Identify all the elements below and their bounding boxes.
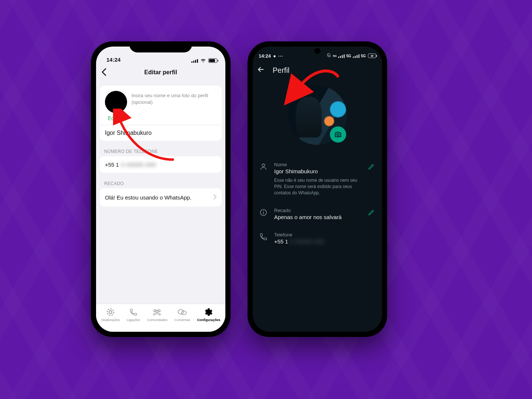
edit-photo-link[interactable]: Editar	[108, 115, 216, 121]
punch-hole-camera	[314, 48, 320, 54]
avatar-area	[253, 86, 382, 145]
svg-point-10	[262, 164, 265, 167]
avatar-desc: Insira seu nome e uma foto do perfil (op…	[132, 91, 216, 106]
chevron-left-icon	[101, 68, 106, 76]
network-label: 5G	[346, 54, 351, 58]
chevron-right-icon	[214, 194, 216, 201]
battery-icon: 85	[368, 54, 376, 58]
row-label: Nome	[274, 162, 361, 167]
svg-point-0	[107, 309, 114, 316]
row-label: Recado	[274, 208, 361, 213]
tab-label: Comunidades	[147, 318, 168, 322]
communities-icon	[152, 308, 162, 317]
phone-row[interactable]: Telefone +55 1 0 00000 000	[259, 226, 375, 250]
arrow-left-icon	[257, 66, 265, 73]
tab-communities[interactable]: Comunidades	[147, 308, 168, 322]
section-label-about: RECADO	[104, 181, 217, 186]
svg-point-13	[263, 211, 264, 212]
row-label: Telefone	[274, 232, 375, 238]
nav-bar: Perfil	[253, 61, 382, 79]
tab-calls[interactable]: Ligações	[127, 308, 140, 322]
row-hint: Esse não é seu nome de usuário nem seu P…	[274, 177, 361, 196]
edit-name-button[interactable]	[368, 163, 375, 171]
phone-prefix: +55 1	[274, 238, 288, 245]
status-more-icon: ···	[278, 53, 283, 59]
status-time: 14:24	[259, 53, 271, 59]
change-photo-button[interactable]	[330, 126, 346, 143]
about-row[interactable]: Olá! Eu estou usando o WhatsApp.	[100, 188, 222, 207]
tab-label: Conversas	[174, 318, 190, 322]
battery-icon	[208, 58, 217, 63]
cellular-icon	[338, 54, 345, 58]
tab-label: Ligações	[127, 318, 140, 322]
about-row[interactable]: Recado Apenas o amor nos salvará	[259, 202, 375, 226]
status-time: 14:24	[106, 57, 120, 63]
row-value: Igor Shimabukuro	[274, 168, 361, 174]
svg-point-6	[182, 311, 187, 315]
tab-label: Configurações	[197, 318, 221, 322]
name-row[interactable]: Nome Igor Shimabukuro Esse não é seu nom…	[259, 156, 375, 202]
back-button[interactable]	[101, 68, 106, 78]
phone-icon	[129, 308, 137, 317]
person-icon	[259, 163, 267, 172]
phone-row[interactable]: +55 1 0 00000 000	[100, 156, 222, 173]
status-dot-icon: ●	[273, 53, 276, 59]
edit-about-button[interactable]	[368, 209, 375, 217]
notch	[129, 41, 192, 52]
nav-bar: Editar perfil	[96, 64, 225, 81]
cellular-icon-2	[353, 54, 359, 58]
back-button[interactable]	[257, 66, 265, 75]
phone-frame-android: 14:24 ● ··· 5G 5G 5G 85	[248, 41, 387, 337]
camera-icon	[334, 130, 342, 139]
tab-label: Atualizações	[101, 318, 120, 322]
wifi-icon	[200, 58, 206, 63]
dnd-icon	[326, 53, 331, 59]
chats-icon	[177, 308, 187, 317]
pencil-icon	[368, 209, 375, 216]
name-field[interactable]: Igor Shimabukuro	[100, 125, 222, 141]
gear-icon	[204, 308, 213, 317]
network-label-2: 5G	[361, 54, 366, 58]
svg-point-4	[156, 310, 158, 313]
about-value: Olá! Eu estou usando o WhatsApp.	[105, 194, 191, 201]
svg-point-9	[337, 134, 339, 136]
status-ring-icon	[106, 308, 115, 317]
svg-point-5	[178, 310, 184, 314]
tab-chats[interactable]: Conversas	[174, 308, 190, 322]
profile-card: Insira seu nome e uma foto do perfil (op…	[100, 86, 222, 141]
section-label-phone: NÚMERO DE TELEFONE	[104, 149, 217, 154]
cellular-icon	[191, 59, 198, 63]
phone-icon	[259, 233, 267, 242]
volte-icon: 5G	[333, 54, 337, 58]
tab-settings[interactable]: Configurações	[197, 308, 221, 322]
avatar-placeholder[interactable]	[105, 91, 127, 113]
page-title: Editar perfil	[144, 69, 177, 76]
phone-hidden: 0 00000 000	[290, 238, 324, 245]
phone-hidden: 0 00000 000	[121, 161, 156, 168]
page-title: Perfil	[273, 66, 290, 75]
tab-updates[interactable]: Atualizações	[101, 308, 120, 322]
svg-point-1	[109, 311, 112, 314]
phone-prefix: +55 1	[105, 161, 119, 168]
row-value: Apenas o amor nos salvará	[274, 214, 361, 220]
info-icon	[259, 208, 267, 218]
pencil-icon	[368, 163, 375, 170]
phone-frame-ios: 14:24 Editar perfil	[91, 41, 231, 337]
tab-bar: Atualizações Ligações Comunidades	[96, 304, 225, 332]
